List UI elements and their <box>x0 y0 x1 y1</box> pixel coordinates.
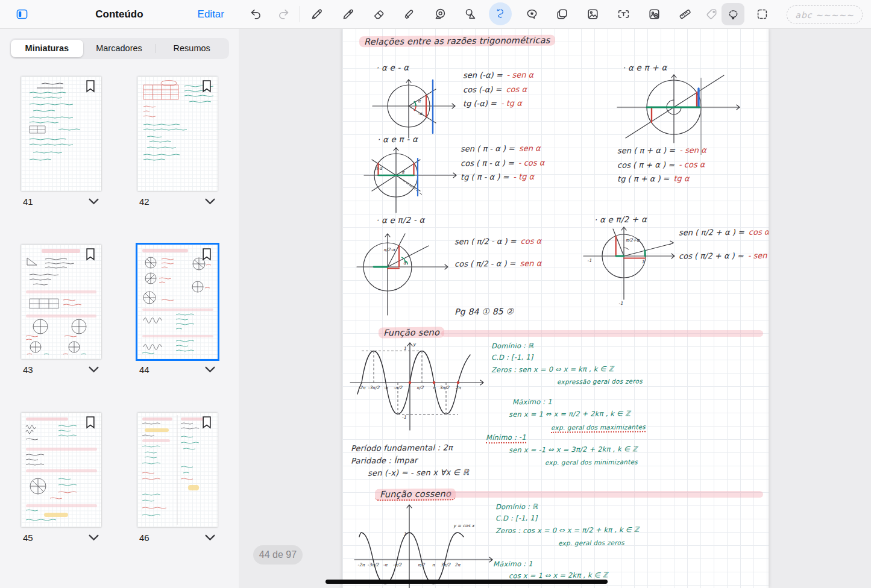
svg-text:1: 1 <box>403 531 406 537</box>
chevron-down-icon[interactable] <box>88 534 99 542</box>
tab-resumos[interactable]: Resumos <box>156 40 228 57</box>
svg-text:π/2: π/2 <box>417 385 424 390</box>
content-sidebar: Miniaturas Marcadores Resumos <box>0 28 239 588</box>
thumbnail-cell-46: 46 <box>137 413 218 543</box>
unit-circle-diagram: π/2+α -1 1 -1 <box>581 225 690 320</box>
lasso-tool-button[interactable] <box>722 3 744 25</box>
eraser-tool-button[interactable] <box>366 3 391 25</box>
page-number: 43 <box>23 364 33 375</box>
sine-zeros: Zeros : sen x = 0 ⇔ x = kπ , k ∈ ℤ <box>491 364 614 374</box>
bookmark-icon[interactable] <box>85 416 96 429</box>
sticker-tool-button[interactable] <box>520 3 544 25</box>
page-number: 42 <box>139 196 149 207</box>
cosine-section-title: Função cosseno <box>375 488 456 501</box>
pencil-tool-button[interactable] <box>336 3 360 25</box>
page-thumbnail-46[interactable] <box>137 413 218 527</box>
thumbnail-meta: 43 <box>21 364 101 375</box>
shapes-tool-button[interactable] <box>458 3 482 25</box>
formula-line: sen (-α) =- sen α <box>463 70 533 80</box>
svg-text:-π/2: -π/2 <box>393 562 403 568</box>
formula-group: sen ( π/2 + α ) =cos α cos ( π/2 + α ) =… <box>679 228 769 260</box>
notebook-page[interactable]: Relações entre as razões trigonométricas… <box>342 28 769 588</box>
home-indicator[interactable] <box>325 580 608 584</box>
chevron-down-icon[interactable] <box>204 534 216 542</box>
tab-miniaturas[interactable]: Miniaturas <box>11 40 83 57</box>
svg-text:-3π/2: -3π/2 <box>368 385 380 390</box>
eraser-icon <box>372 7 386 21</box>
thumbnail-scribbles <box>21 413 101 527</box>
page-thumbnail-42[interactable] <box>137 77 218 191</box>
exercise-page-ref: Pg 84 ① 85 ② <box>454 307 514 317</box>
pages-tool-button[interactable] <box>550 3 574 25</box>
tape-tool-button[interactable] <box>428 3 452 25</box>
pen-tool-button[interactable] <box>304 3 329 25</box>
ai-pen-icon <box>494 7 508 21</box>
cosine-max: Máximo : 1 <box>493 560 533 569</box>
image-tool-button[interactable] <box>580 3 605 25</box>
handwriting-recognition-field[interactable]: abc ~~~~~ <box>787 5 863 24</box>
text-tool-button[interactable] <box>611 3 635 25</box>
pages-icon <box>555 7 569 21</box>
thumbnail-scribbles <box>21 245 101 359</box>
svg-text:π/2-α: π/2-α <box>383 247 396 252</box>
sine-section-title: Função seno <box>379 327 444 339</box>
formula-line: cos ( π/2 + α ) =- sen α <box>679 251 769 260</box>
page-number: 46 <box>139 533 149 543</box>
chevron-down-icon[interactable] <box>88 198 99 205</box>
pink-highlight-bar <box>445 491 763 498</box>
marquee-tool-button[interactable] <box>751 3 773 25</box>
note-title: Relações entre as razões trigonométricas <box>359 35 555 48</box>
formula-line: sen ( π/2 + α ) =cos α <box>679 227 769 237</box>
sine-graph: y 1 -1 -2π -3π/2 -π -π/2 π/2 π 3π/2 2π <box>345 339 490 436</box>
thumbnail-cell-42: 42 <box>137 77 218 207</box>
svg-text:y = cos x: y = cos x <box>453 523 475 528</box>
svg-text:-α: -α <box>418 111 423 116</box>
formula-group: sen (-α) =- sen α cos (-α) =cos α tg (-α… <box>463 70 533 108</box>
ai-pen-tool-button[interactable] <box>489 2 512 25</box>
formula-group: sen ( π - α ) =sen α cos ( π - α ) =- co… <box>461 144 544 181</box>
section-heading: α e π/2 - α <box>376 215 425 225</box>
chevron-down-icon[interactable] <box>204 198 216 205</box>
ruler-tool-button[interactable] <box>673 3 697 25</box>
page-thumbnail-43[interactable] <box>21 245 101 359</box>
sine-zeros-note: expressão geral dos zeros <box>557 377 643 385</box>
sidebar-tab-bar: Miniaturas Marcadores Resumos <box>10 38 229 59</box>
page-thumbnail-44-selected[interactable] <box>137 245 218 359</box>
highlighter-tool-button[interactable] <box>397 3 421 25</box>
bookmark-icon[interactable] <box>201 80 212 93</box>
sticker-icon <box>525 7 539 21</box>
bookmark-icon[interactable] <box>85 80 96 93</box>
page-thumbnail-45[interactable] <box>21 413 101 527</box>
svg-text:π/2+α: π/2+α <box>626 237 640 243</box>
image-icon <box>586 7 600 21</box>
formula-line: sen ( π/2 - α ) =cos α <box>454 236 541 246</box>
pink-highlight-bar <box>441 330 763 337</box>
sine-max-eq: sen x = 1 ⇔ x = π/2 + 2kπ , k ∈ ℤ <box>509 409 630 419</box>
page-thumbnail-41[interactable] <box>21 77 101 191</box>
tag-tool-button[interactable] <box>700 3 722 25</box>
bookmark-icon[interactable] <box>201 416 212 429</box>
thumbnail-scribbles <box>21 77 101 191</box>
undo-button[interactable] <box>244 3 268 25</box>
sine-max: Máximo : 1 <box>512 398 552 407</box>
bookmark-icon[interactable] <box>85 248 96 261</box>
edit-button[interactable]: Editar <box>198 0 224 28</box>
sidebar-toggle-button[interactable] <box>15 7 29 21</box>
media-search-tool-button[interactable] <box>642 3 666 25</box>
notes-app-window: Conteúdo Editar <box>0 0 871 588</box>
highlighter-icon <box>403 7 417 21</box>
tab-marcadores[interactable]: Marcadores <box>83 40 156 57</box>
thumbnail-cell-45: 45 <box>21 413 101 543</box>
marquee-icon <box>755 7 769 21</box>
top-toolbar: Conteúdo Editar <box>0 0 871 29</box>
svg-text:-π: -π <box>383 562 388 568</box>
svg-text:2π: 2π <box>454 562 461 568</box>
chevron-down-icon[interactable] <box>204 366 216 374</box>
formula-group: sen ( π/2 - α ) =cos α cos ( π/2 - α ) =… <box>454 237 541 268</box>
bookmark-icon[interactable] <box>201 248 212 261</box>
redo-button[interactable] <box>271 3 295 25</box>
svg-text:3π/2: 3π/2 <box>441 562 451 568</box>
chevron-down-icon[interactable] <box>88 366 99 374</box>
svg-text:1: 1 <box>403 346 406 351</box>
formula-line: tg ( π + α ) =tg α <box>617 174 706 183</box>
